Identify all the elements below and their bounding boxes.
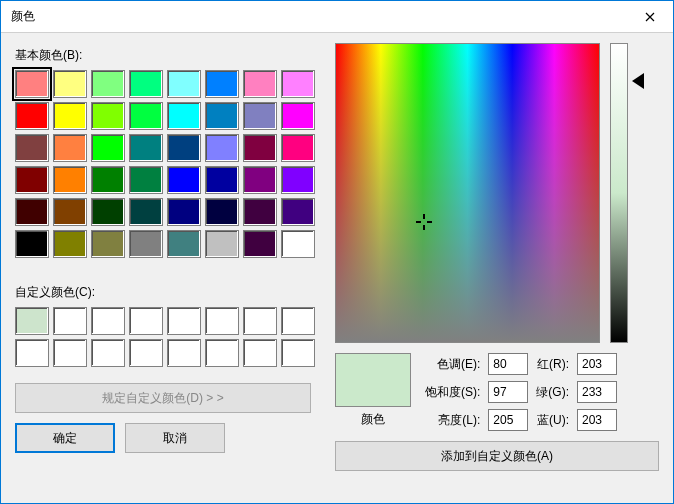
red-label: 红(R): <box>536 356 569 373</box>
green-label: 绿(G): <box>536 384 569 401</box>
basic-color-swatch[interactable] <box>15 70 49 98</box>
color-preview-label: 颜色 <box>361 411 385 428</box>
luminosity-strip <box>610 43 628 343</box>
custom-color-swatch[interactable] <box>243 307 277 335</box>
basic-color-swatch[interactable] <box>91 198 125 226</box>
basic-color-swatch[interactable] <box>15 102 49 130</box>
ok-button[interactable]: 确定 <box>15 423 115 453</box>
custom-colors-label: 自定义颜色(C): <box>15 284 315 301</box>
custom-color-swatch[interactable] <box>167 339 201 367</box>
basic-color-swatch[interactable] <box>91 102 125 130</box>
basic-color-swatch[interactable] <box>243 70 277 98</box>
hue-label: 色调(E): <box>425 356 480 373</box>
color-value-fields: 色调(E): 红(R): 饱和度(S): 绿(G): 亮度(L): 蓝(U): <box>425 353 617 431</box>
basic-color-swatch[interactable] <box>243 166 277 194</box>
basic-color-swatch[interactable] <box>281 230 315 258</box>
dialog-title: 颜色 <box>11 8 627 25</box>
lum-label: 亮度(L): <box>425 412 480 429</box>
blue-label: 蓝(U): <box>536 412 569 429</box>
custom-color-swatch[interactable] <box>53 307 87 335</box>
crosshair-icon <box>416 214 432 230</box>
basic-color-swatch[interactable] <box>129 230 163 258</box>
basic-color-swatch[interactable] <box>205 134 239 162</box>
custom-color-swatch[interactable] <box>281 339 315 367</box>
close-button[interactable] <box>627 1 673 33</box>
custom-colors-grid <box>15 307 315 367</box>
basic-color-swatch[interactable] <box>281 134 315 162</box>
basic-color-swatch[interactable] <box>205 230 239 258</box>
custom-color-swatch[interactable] <box>129 307 163 335</box>
custom-color-swatch[interactable] <box>129 339 163 367</box>
custom-color-swatch[interactable] <box>15 339 49 367</box>
lum-input[interactable] <box>488 409 528 431</box>
basic-color-swatch[interactable] <box>205 70 239 98</box>
basic-color-swatch[interactable] <box>91 70 125 98</box>
color-gradient-picker[interactable] <box>335 43 600 343</box>
basic-color-swatch[interactable] <box>15 198 49 226</box>
basic-color-swatch[interactable] <box>53 166 87 194</box>
add-to-custom-button[interactable]: 添加到自定义颜色(A) <box>335 441 659 471</box>
custom-color-swatch[interactable] <box>281 307 315 335</box>
basic-color-swatch[interactable] <box>205 102 239 130</box>
basic-color-swatch[interactable] <box>15 166 49 194</box>
basic-color-swatch[interactable] <box>53 134 87 162</box>
basic-color-swatch[interactable] <box>167 166 201 194</box>
color-dialog: 颜色 基本颜色(B): 自定义颜色(C): 规定自定义颜色(D) > > 确定 … <box>0 0 674 504</box>
basic-color-swatch[interactable] <box>15 230 49 258</box>
basic-color-swatch[interactable] <box>167 230 201 258</box>
basic-color-swatch[interactable] <box>205 166 239 194</box>
hue-input[interactable] <box>488 353 528 375</box>
basic-color-swatch[interactable] <box>53 230 87 258</box>
basic-color-swatch[interactable] <box>53 102 87 130</box>
cancel-button[interactable]: 取消 <box>125 423 225 453</box>
basic-color-swatch[interactable] <box>129 70 163 98</box>
basic-color-swatch[interactable] <box>243 198 277 226</box>
basic-color-swatch[interactable] <box>91 134 125 162</box>
basic-color-swatch[interactable] <box>243 230 277 258</box>
basic-color-swatch[interactable] <box>129 134 163 162</box>
basic-color-swatch[interactable] <box>129 198 163 226</box>
sat-label: 饱和度(S): <box>425 384 480 401</box>
custom-color-swatch[interactable] <box>205 307 239 335</box>
luminosity-arrow-icon <box>632 73 644 89</box>
custom-color-swatch[interactable] <box>91 307 125 335</box>
green-input[interactable] <box>577 381 617 403</box>
custom-color-swatch[interactable] <box>15 307 49 335</box>
basic-color-swatch[interactable] <box>281 166 315 194</box>
basic-color-swatch[interactable] <box>91 230 125 258</box>
titlebar: 颜色 <box>1 1 673 33</box>
basic-color-swatch[interactable] <box>53 198 87 226</box>
luminosity-slider[interactable] <box>608 43 638 343</box>
basic-color-swatch[interactable] <box>91 166 125 194</box>
blue-input[interactable] <box>577 409 617 431</box>
basic-color-swatch[interactable] <box>167 134 201 162</box>
basic-color-swatch[interactable] <box>281 102 315 130</box>
basic-color-swatch[interactable] <box>243 134 277 162</box>
basic-color-swatch[interactable] <box>167 70 201 98</box>
custom-color-swatch[interactable] <box>53 339 87 367</box>
basic-colors-label: 基本颜色(B): <box>15 47 315 64</box>
basic-color-swatch[interactable] <box>205 198 239 226</box>
basic-color-swatch[interactable] <box>15 134 49 162</box>
basic-color-swatch[interactable] <box>167 198 201 226</box>
basic-color-swatch[interactable] <box>243 102 277 130</box>
close-icon <box>645 12 655 22</box>
basic-colors-grid <box>15 70 315 258</box>
red-input[interactable] <box>577 353 617 375</box>
custom-color-swatch[interactable] <box>205 339 239 367</box>
basic-color-swatch[interactable] <box>129 166 163 194</box>
custom-color-swatch[interactable] <box>243 339 277 367</box>
sat-input[interactable] <box>488 381 528 403</box>
custom-color-swatch[interactable] <box>167 307 201 335</box>
basic-color-swatch[interactable] <box>167 102 201 130</box>
basic-color-swatch[interactable] <box>281 70 315 98</box>
basic-color-swatch[interactable] <box>129 102 163 130</box>
custom-color-swatch[interactable] <box>91 339 125 367</box>
color-preview-box <box>335 353 411 407</box>
basic-color-swatch[interactable] <box>53 70 87 98</box>
define-custom-button: 规定自定义颜色(D) > > <box>15 383 311 413</box>
basic-color-swatch[interactable] <box>281 198 315 226</box>
